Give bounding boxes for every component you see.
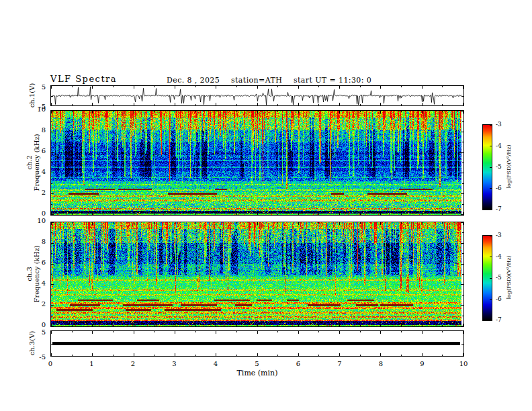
freq-tick-label: 8 — [30, 126, 46, 134]
x-axis-label: Time (min) — [222, 369, 293, 377]
freq-tick-label: 2 — [30, 189, 46, 196]
ch3-spectrogram-canvas — [51, 222, 463, 326]
x-tick-label: 4 — [208, 360, 224, 367]
freq-tick-label: 10 — [30, 217, 46, 224]
x-tick-label: 0 — [42, 360, 58, 367]
freq-tick-label: 6 — [30, 147, 46, 154]
colorbar-tick-label: -5 — [496, 163, 511, 171]
vlf-spectra-figure: VLF Spectra Dec. 8 , 2025 station=ATH st… — [0, 0, 532, 411]
freq-tick-label: 4 — [30, 279, 46, 287]
x-tick-label: 5 — [249, 360, 265, 367]
ch3-y-axis-label: ch.3 Frequency (kHz) — [26, 245, 40, 302]
volt-tick-label: 5 — [30, 83, 46, 91]
ch3-spectrogram-panel — [50, 222, 464, 327]
freq-tick-label: 0 — [30, 321, 46, 328]
x-tick-label: 8 — [373, 360, 389, 367]
ch3-waveform-panel — [50, 330, 464, 357]
volt-tick-label: -5 — [30, 353, 46, 361]
x-tick-label: 9 — [414, 360, 431, 367]
freq-tick-label: 4 — [30, 168, 46, 175]
ch1-waveform-canvas — [51, 86, 463, 105]
ch2-channel-label: ch.2 — [26, 134, 33, 191]
freq-tick-label: 2 — [30, 300, 46, 308]
x-tick-label: 7 — [332, 360, 348, 367]
ch2-spectrogram-panel — [50, 110, 464, 216]
ch3-waveform-canvas — [51, 331, 463, 356]
volt-tick-label: 5 — [30, 328, 46, 336]
freq-tick-label: 6 — [30, 259, 46, 266]
x-tick-label: 1 — [84, 360, 100, 367]
colorbar-tick-label: -5 — [496, 274, 511, 281]
ch3-channel-label: ch.3 — [26, 245, 33, 302]
colorbar-tick-label: -7 — [496, 316, 511, 324]
volt-tick-label: -5 — [30, 103, 46, 110]
ch3-frequency-label: Frequency (kHz) — [33, 245, 40, 302]
freq-tick-label: 0 — [30, 210, 46, 217]
colorbar-ch3 — [482, 235, 492, 321]
ch2-frequency-label: Frequency (kHz) — [33, 134, 40, 191]
colorbar-tick-label: -4 — [496, 253, 511, 261]
freq-tick-label: 8 — [30, 238, 46, 245]
colorbar-tick-label: -3 — [496, 121, 511, 128]
date-label: Dec. 8 , 2025 — [167, 76, 220, 85]
colorbar-ch2 — [482, 124, 492, 210]
x-tick-label: 3 — [167, 360, 183, 367]
start-ut-label: start UT = 11:30: 0 — [294, 76, 371, 85]
plot-title: VLF Spectra — [50, 74, 117, 84]
colorbar-tick-label: -4 — [496, 142, 511, 150]
station-label: station=ATH — [231, 76, 282, 85]
colorbar-tick-label: -6 — [496, 295, 511, 303]
ch2-spectrogram-canvas — [51, 111, 463, 215]
x-tick-label: 10 — [455, 360, 472, 367]
colorbar-tick-label: -3 — [496, 232, 511, 239]
x-tick-label: 6 — [290, 360, 306, 367]
colorbar-tick-label: -6 — [496, 185, 511, 192]
ch1-waveform-panel — [50, 85, 464, 106]
ch2-y-axis-label: ch.2 Frequency (kHz) — [26, 134, 40, 191]
colorbar-tick-label: -7 — [496, 205, 511, 213]
x-tick-label: 2 — [125, 360, 141, 367]
